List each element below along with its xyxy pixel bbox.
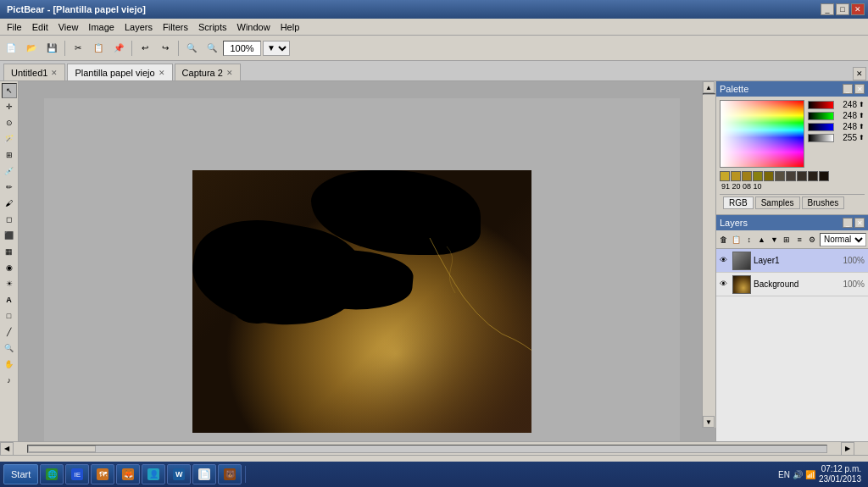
tab-plantilla-close[interactable]: ✕ bbox=[159, 69, 165, 77]
zoom-select[interactable]: ▼ bbox=[263, 41, 290, 56]
taskbar-pictbear[interactable]: 🐻 bbox=[218, 464, 242, 484]
tab-plantilla[interactable]: Plantilla papel viejo ✕ bbox=[67, 64, 172, 80]
tool-brush[interactable]: 🖌 bbox=[2, 196, 17, 211]
paste-button[interactable]: 📌 bbox=[109, 39, 128, 58]
tool-magic[interactable]: 🪄 bbox=[2, 131, 17, 147]
tab-untitled1-close[interactable]: ✕ bbox=[51, 69, 58, 77]
layer-options-btn[interactable]: ⚙ bbox=[806, 233, 818, 246]
swatch-7[interactable] bbox=[786, 171, 796, 181]
palette-close[interactable]: ✕ bbox=[854, 84, 865, 94]
swatch-3[interactable] bbox=[742, 171, 752, 181]
taskbar-chrome[interactable]: 🌐 bbox=[40, 464, 64, 484]
taskbar-maps[interactable]: 🗺 bbox=[91, 464, 114, 484]
copy-button[interactable]: 📋 bbox=[89, 39, 108, 58]
color-spectrum[interactable] bbox=[720, 100, 804, 168]
taskbar-firefox[interactable]: 🦊 bbox=[116, 464, 140, 484]
menu-layers[interactable]: Layers bbox=[120, 20, 158, 34]
cut-button[interactable]: ✂ bbox=[69, 39, 87, 58]
start-button[interactable]: Start bbox=[3, 464, 38, 484]
color-a-spinner[interactable]: ⬆ bbox=[859, 134, 865, 141]
save-button[interactable]: 💾 bbox=[42, 39, 61, 58]
menu-file[interactable]: File bbox=[2, 20, 27, 34]
taskbar-app2[interactable]: IE bbox=[65, 464, 89, 484]
palette-tab-brushes[interactable]: Brushes bbox=[802, 196, 845, 209]
tab-captura-close[interactable]: ✕ bbox=[226, 69, 233, 77]
tool-select[interactable]: ↖ bbox=[2, 83, 17, 98]
menu-edit[interactable]: Edit bbox=[27, 20, 53, 34]
zoom-out-button[interactable]: 🔍 bbox=[203, 39, 221, 58]
color-g-spinner[interactable]: ⬆ bbox=[859, 112, 865, 119]
taskbar-word[interactable]: W bbox=[167, 464, 191, 484]
swatch-5[interactable] bbox=[764, 171, 774, 181]
layer-new-btn[interactable]: 🗑 bbox=[718, 233, 730, 246]
canvas-area[interactable]: ▲ ▼ bbox=[19, 81, 715, 441]
tool-move[interactable]: ✛ bbox=[2, 99, 17, 114]
layer1-visibility-icon[interactable]: 👁 bbox=[720, 256, 730, 266]
color-b-bar[interactable] bbox=[808, 123, 834, 131]
menu-image[interactable]: Image bbox=[83, 20, 120, 34]
background-visibility-icon[interactable]: 👁 bbox=[720, 279, 730, 290]
layers-minimize[interactable]: _ bbox=[843, 218, 853, 228]
swatch-8[interactable] bbox=[797, 171, 807, 181]
layer-delete-btn[interactable]: 📋 bbox=[731, 233, 743, 246]
palette-tab-samples[interactable]: Samples bbox=[755, 196, 800, 209]
minimize-button[interactable]: _ bbox=[821, 3, 834, 15]
swatch-10[interactable] bbox=[819, 171, 829, 181]
layer-duplicate-btn[interactable]: ↕ bbox=[743, 233, 755, 246]
tool-music[interactable]: ♪ bbox=[2, 373, 17, 388]
tab-untitled1[interactable]: Untitled1 ✕ bbox=[3, 64, 65, 80]
color-b-spinner[interactable]: ⬆ bbox=[859, 123, 865, 130]
swatch-1[interactable] bbox=[720, 171, 730, 181]
menu-help[interactable]: Help bbox=[275, 20, 305, 34]
close-button[interactable]: ✕ bbox=[851, 3, 865, 15]
menu-window[interactable]: Window bbox=[232, 20, 275, 34]
tool-lasso[interactable]: ⊙ bbox=[2, 115, 17, 130]
scrollbar-track-h[interactable] bbox=[27, 445, 827, 453]
layer-merge-btn[interactable]: ⊞ bbox=[781, 233, 793, 246]
layer-row-layer1[interactable]: 👁 Layer1 100% bbox=[716, 249, 868, 273]
vertical-scrollbar[interactable]: ▲ ▼ bbox=[702, 81, 715, 428]
scrollbar-right-button[interactable]: ▶ bbox=[841, 442, 854, 456]
layer-flatten-btn[interactable]: ≡ bbox=[793, 233, 805, 246]
layers-close[interactable]: ✕ bbox=[854, 218, 865, 228]
tool-eraser[interactable]: ◻ bbox=[2, 212, 17, 227]
tool-gradient[interactable]: ▦ bbox=[2, 244, 17, 259]
taskbar-users[interactable]: 👤 bbox=[142, 464, 165, 484]
tool-crop[interactable]: ⊞ bbox=[2, 147, 17, 163]
tool-zoom[interactable]: 🔍 bbox=[2, 340, 17, 356]
palette-tab-rgb[interactable]: RGB bbox=[723, 196, 754, 209]
taskbar-doc[interactable]: 📄 bbox=[192, 464, 216, 484]
tab-bar-close-button[interactable]: ✕ bbox=[853, 67, 866, 80]
horizontal-scrollbar[interactable]: ◀ ▶ bbox=[0, 441, 868, 455]
scrollbar-up-button[interactable]: ▲ bbox=[703, 81, 715, 93]
swatch-6[interactable] bbox=[775, 171, 785, 181]
scrollbar-left-button[interactable]: ◀ bbox=[0, 442, 14, 456]
new-button[interactable]: 📄 bbox=[2, 39, 20, 58]
zoom-in-button[interactable]: 🔍 bbox=[182, 39, 201, 58]
undo-button[interactable]: ↩ bbox=[136, 39, 154, 58]
scrollbar-down-button[interactable]: ▼ bbox=[703, 416, 715, 428]
tab-captura[interactable]: Captura 2 ✕ bbox=[175, 64, 241, 80]
menu-view[interactable]: View bbox=[53, 20, 84, 34]
menu-filters[interactable]: Filters bbox=[158, 20, 193, 34]
swatch-4[interactable] bbox=[753, 171, 763, 181]
tool-pencil[interactable]: ✏ bbox=[2, 180, 17, 195]
color-r-bar[interactable] bbox=[808, 101, 834, 109]
color-r-spinner[interactable]: ⬆ bbox=[859, 101, 865, 108]
tool-eyedrop[interactable]: 💉 bbox=[2, 163, 17, 179]
blend-mode-select[interactable]: Normal bbox=[820, 233, 866, 246]
tool-blur[interactable]: ◉ bbox=[2, 260, 17, 275]
layer-down-btn[interactable]: ▼ bbox=[769, 233, 781, 246]
tool-line[interactable]: ╱ bbox=[2, 324, 17, 340]
tool-fill[interactable]: ⬛ bbox=[2, 228, 17, 243]
tool-dodge[interactable]: ☀ bbox=[2, 276, 17, 291]
color-g-bar[interactable] bbox=[808, 112, 834, 120]
open-button[interactable]: 📂 bbox=[22, 39, 41, 58]
swatch-2[interactable] bbox=[731, 171, 741, 181]
maximize-button[interactable]: □ bbox=[836, 3, 849, 15]
tool-shape[interactable]: □ bbox=[2, 308, 17, 324]
palette-minimize[interactable]: _ bbox=[843, 84, 853, 94]
swatch-9[interactable] bbox=[808, 171, 818, 181]
zoom-input[interactable] bbox=[223, 41, 261, 56]
tool-hand[interactable]: ✋ bbox=[2, 357, 17, 372]
